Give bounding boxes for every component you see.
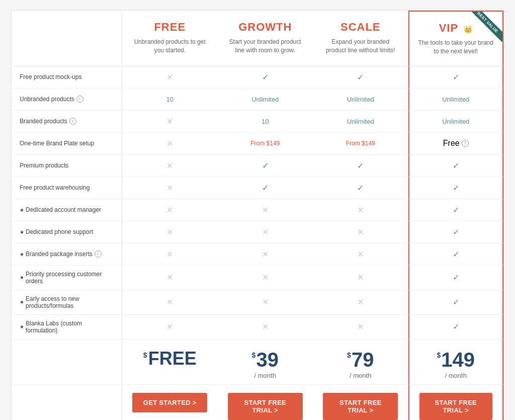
best-value-badge <box>467 12 502 47</box>
cross-icon: ✕ <box>262 273 269 282</box>
check-icon: ✓ <box>453 161 459 171</box>
cell-value: Unlimited <box>347 96 374 103</box>
cross-icon: ✕ <box>166 161 173 171</box>
cross-icon: ✕ <box>166 249 173 259</box>
plan-cell-vip: ✓ <box>408 66 504 89</box>
cross-icon: ✕ <box>166 322 173 331</box>
plan-cell-vip: ✓ <box>408 155 504 177</box>
price-growth: $ 39 / month <box>218 340 313 385</box>
cross-icon: ✕ <box>262 249 269 259</box>
feature-label-cell: One-time Brand Plate setup <box>12 133 122 155</box>
plan-cell-free: ✕ <box>122 177 218 199</box>
plan-cell-scale: ✕ <box>313 266 408 290</box>
plan-cell-free: ✕ <box>122 133 218 155</box>
cta-growth: START FREE TRIAL > 14 day free trial <box>218 385 313 420</box>
cross-icon: ✕ <box>357 297 364 307</box>
info-icon[interactable]: i <box>76 96 83 103</box>
feature-label-text: Free product warehousing <box>20 184 90 191</box>
feature-label-cell: Free product mock-ups <box>12 66 122 89</box>
price-display-free: $ FREE <box>128 350 212 368</box>
price-period: / month <box>415 372 497 379</box>
check-icon: ✓ <box>453 183 459 193</box>
plan-cell-growth: ✕ <box>218 243 313 266</box>
cta-label-cell <box>12 385 122 420</box>
cta-vip: START FREE TRIAL > 14 day free trial <box>408 385 504 420</box>
scale-trial-button[interactable]: START FREE TRIAL > <box>323 393 398 420</box>
cross-icon: ✕ <box>357 273 364 282</box>
plan-cell-free: ✕ <box>122 290 218 315</box>
cell-value: Unlimited <box>442 118 469 125</box>
feature-label-text: Priority processing customer orders <box>26 271 114 285</box>
plan-cell-vip: Free? <box>408 133 504 155</box>
feature-label-cell: ★Blanka Labs (custom formulation) <box>12 315 122 340</box>
check-icon: ✓ <box>453 273 459 282</box>
plan-cell-free: ✕ <box>122 66 218 89</box>
plan-cell-scale: ✓ <box>313 155 408 177</box>
cross-icon: ✕ <box>357 205 364 215</box>
feature-label-cell: Free product warehousing <box>12 177 122 199</box>
cross-icon: ✕ <box>166 183 173 193</box>
free-plan-name: FREE <box>130 21 210 34</box>
plan-cell-vip: Unlimited <box>408 89 504 111</box>
plan-cell-free: ✕ <box>122 266 218 290</box>
check-icon: ✓ <box>357 72 364 82</box>
plan-cell-growth: From $149 <box>218 133 313 155</box>
plan-cell-scale: From $149 <box>313 133 408 155</box>
cross-icon: ✕ <box>262 227 269 237</box>
info-icon[interactable]: i <box>95 250 102 258</box>
feature-label-text: Dedicated account manager <box>26 206 101 213</box>
plan-cell-scale: ✕ <box>313 315 408 340</box>
plan-cell-growth: ✕ <box>218 315 313 340</box>
price-period: / month <box>319 372 402 379</box>
feature-label-cell: ★Dedicated phone support <box>12 221 122 243</box>
cross-icon: ✕ <box>357 227 364 237</box>
plan-cell-growth: ✕ <box>218 221 313 243</box>
cell-value: Unlimited <box>347 118 374 125</box>
info-icon[interactable]: i <box>69 118 76 125</box>
features-header <box>12 11 122 66</box>
free-plan-header: FREE Unbranded products to get you start… <box>122 11 218 66</box>
price-amount: 39 <box>256 350 279 370</box>
cta-scale: START FREE TRIAL > 14 day free trial <box>313 385 408 420</box>
plan-cell-growth: ✕ <box>218 290 313 315</box>
scale-plan-name: SCALE <box>321 21 400 34</box>
price-scale: $ 79 / month <box>313 340 408 385</box>
price-symbol: $ <box>347 352 351 359</box>
star-icon: ★ <box>20 229 24 235</box>
plan-cell-scale: Unlimited <box>313 111 408 133</box>
check-icon: ✓ <box>262 183 269 193</box>
check-icon: ✓ <box>453 297 459 307</box>
plan-cell-scale: Unlimited <box>313 89 408 111</box>
plan-cell-scale: ✓ <box>313 177 408 199</box>
plan-cell-vip: Unlimited <box>408 111 504 133</box>
plan-cell-growth: ✓ <box>218 66 313 89</box>
plan-cell-free: ✕ <box>122 155 218 177</box>
plan-cell-growth: 10 <box>218 111 313 133</box>
price-symbol: $ <box>437 352 441 359</box>
vip-plan-header: VIP 👑 The tools to take your brand to th… <box>408 11 504 66</box>
check-icon: ✓ <box>453 227 459 237</box>
plan-cell-growth: ✕ <box>218 199 313 221</box>
feature-label-text: Branded package inserts <box>26 250 93 258</box>
plan-cell-growth: Unlimited <box>218 89 313 111</box>
plan-cell-growth: ✓ <box>218 155 313 177</box>
get-started-button[interactable]: GET STARTED > <box>132 393 207 412</box>
vip-trial-button[interactable]: START FREE TRIAL > <box>419 393 492 420</box>
plan-cell-vip: ✓ <box>408 177 504 199</box>
cross-icon: ✕ <box>166 72 173 82</box>
cell-value: Unlimited <box>251 96 279 103</box>
cross-icon: ✕ <box>166 139 173 148</box>
price-amount: 79 <box>352 350 374 370</box>
price-amount: 149 <box>441 350 475 370</box>
feature-label-cell: Branded productsi <box>12 111 122 133</box>
cell-value: 10 <box>262 118 269 125</box>
plan-cell-free: ✕ <box>122 111 218 133</box>
info-icon[interactable]: ? <box>462 140 469 147</box>
growth-trial-button[interactable]: START FREE TRIAL > <box>228 393 303 420</box>
scale-plan-header: SCALE Expand your branded product line w… <box>313 11 408 66</box>
feature-label-cell: ★Dedicated account manager <box>12 199 122 221</box>
plan-cell-free: ✕ <box>122 243 218 266</box>
cross-icon: ✕ <box>262 297 269 307</box>
cell-value: Unlimited <box>442 96 469 103</box>
cross-icon: ✕ <box>166 117 173 126</box>
